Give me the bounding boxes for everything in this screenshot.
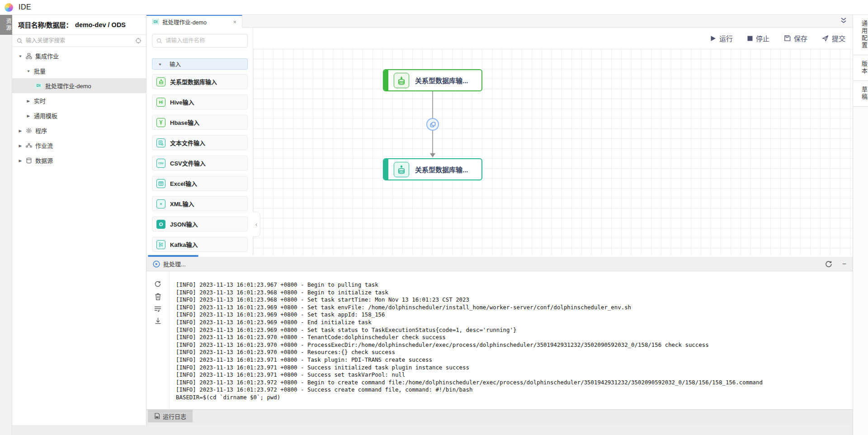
caret-down-icon[interactable]: ▼ (18, 54, 23, 58)
app-logo-icon (5, 3, 13, 12)
caret-right-icon[interactable]: ▶ (18, 158, 23, 162)
palette-item-text-file-input[interactable]: 文本文件输入 (152, 135, 248, 150)
log-panel: 批处理... − [INFO] 2023-11-13 16:01:23.9 (146, 255, 853, 425)
tree-item-integration-jobs[interactable]: ▼ 集成作业 (12, 48, 146, 63)
node-relational-db-output[interactable]: 关系型数据库输... (383, 158, 482, 180)
csv-file-input-icon: CSV (156, 159, 165, 168)
component-palette: ▼ 输入 关系型数据库输入 Hi Hive输入 Hbase输入 文本文件输入 C… (146, 28, 253, 255)
submit-button-label: 提交 (832, 33, 845, 43)
minimize-icon[interactable]: − (842, 260, 846, 268)
tree-item-batch-job-demo[interactable]: DI 批处理作业-demo (12, 78, 146, 93)
caret-right-icon[interactable]: ▶ (18, 128, 23, 132)
submit-button[interactable]: 提交 (822, 33, 845, 43)
palette-item-xml-input[interactable]: x XML输入 (152, 196, 248, 211)
trash-icon[interactable] (155, 293, 161, 300)
download-icon[interactable] (155, 317, 161, 325)
palette-item-json-input[interactable]: O JSON输入 (152, 217, 248, 232)
tree-item-label: 程序 (35, 126, 47, 135)
log-panel-tab-batch[interactable]: 批处理... (153, 260, 186, 268)
run-log-tab[interactable]: 运行日志 (148, 410, 193, 422)
hive-input-icon: Hi (156, 98, 165, 107)
sidebar-search-input[interactable] (26, 38, 132, 44)
editor-tab-label: 批处理作业-demo (162, 18, 207, 26)
palette-section-label: 输入 (170, 60, 181, 68)
sidebar-search (12, 35, 146, 47)
di-badge: DI (152, 19, 159, 24)
play-icon (710, 35, 716, 42)
wrap-lines-icon[interactable] (154, 306, 161, 312)
log-area[interactable]: [INFO] 2023-11-13 16:01:23.967 +0800 - B… (170, 271, 853, 409)
palette-item-hive-input[interactable]: Hi Hive输入 (152, 95, 248, 109)
caret-right-icon[interactable]: ▶ (26, 113, 31, 118)
node-label: 关系型数据库输... (415, 76, 468, 85)
right-tab-version[interactable]: 版本 (853, 55, 868, 81)
canvas-grid[interactable] (253, 49, 853, 255)
caret-right-icon[interactable]: ▶ (26, 99, 31, 103)
gear-icon (26, 128, 32, 134)
refresh-icon[interactable] (154, 280, 161, 288)
node-accent-bar (384, 70, 388, 90)
excel-input-icon (156, 179, 165, 188)
palette-item-label: Hbase输入 (170, 118, 199, 127)
log-output: [INFO] 2023-11-13 16:01:23.967 +0800 - B… (176, 281, 853, 402)
node-accent-bar (384, 159, 388, 180)
edge-arrowhead-icon (430, 153, 435, 157)
palette-section-input[interactable]: ▼ 输入 (152, 58, 248, 70)
project-sidebar: 项目名称/数据层： demo-dev / ODS ▼ 集成作业 ▼ 批量 DI … (12, 15, 146, 425)
save-button[interactable]: 保存 (784, 33, 807, 43)
search-icon (17, 38, 23, 44)
copy-icon (430, 122, 436, 128)
paper-plane-icon (822, 35, 829, 42)
flow-canvas[interactable]: 运行 停止 保存 提交 关系型 (253, 28, 853, 255)
palette-item-kafka-input[interactable]: Kafka输入 (152, 237, 248, 252)
tree-item-label: 实时 (34, 96, 46, 105)
palette-collapse-handle[interactable]: ‹ (253, 212, 260, 237)
caret-right-icon[interactable]: ▶ (18, 143, 23, 147)
tree-item-program[interactable]: ▶ 程序 (12, 123, 146, 138)
tree-item-label: 作业流 (35, 141, 53, 150)
palette-item-label: XML输入 (170, 199, 194, 208)
log-panel-body: [INFO] 2023-11-13 16:01:23.967 +0800 - B… (146, 271, 853, 409)
right-tab-draft[interactable]: 草稿 (853, 81, 868, 107)
xml-input-icon: x (156, 199, 165, 208)
palette-search-input[interactable] (165, 38, 243, 44)
palette-item-csv-file-input[interactable]: CSV CSV文件输入 (152, 156, 248, 170)
node-relational-db-input[interactable]: 关系型数据库输... (383, 69, 482, 91)
caret-down-icon[interactable]: ▼ (158, 62, 162, 66)
palette-item-label: Excel输入 (170, 179, 197, 188)
close-icon[interactable]: × (233, 19, 236, 25)
right-tab-general-config[interactable]: 通用配置 (853, 15, 868, 55)
project-tree: ▼ 集成作业 ▼ 批量 DI 批处理作业-demo ▶ 实时 ▶ 通用模板 ▶ (12, 47, 146, 168)
palette-item-hbase-input[interactable]: Hbase输入 (152, 115, 248, 130)
relational-db-output-icon (394, 162, 409, 177)
tree-item-datasource[interactable]: ▶ 数据源 (12, 153, 146, 168)
stop-button[interactable]: 停止 (747, 33, 769, 43)
double-chevron-down-icon[interactable] (840, 17, 847, 25)
save-icon (784, 35, 791, 42)
palette-item-relational-db-input[interactable]: 关系型数据库输入 (152, 74, 248, 89)
editor-tab-batch-job-demo[interactable]: DI 批处理作业-demo × (146, 15, 242, 28)
tree-item-label: 数据源 (35, 156, 53, 165)
json-input-icon: O (156, 220, 165, 229)
stop-icon (747, 36, 753, 41)
tree-item-workflow[interactable]: ▶ 作业流 (12, 138, 146, 153)
palette-item-label: Hive输入 (170, 98, 194, 106)
tree-item-label: 批处理作业-demo (45, 81, 91, 90)
caret-down-icon[interactable]: ▼ (26, 69, 31, 73)
tree-item-general-template[interactable]: ▶ 通用模板 (12, 108, 146, 123)
editor-tab-bar: DI 批处理作业-demo × (146, 15, 853, 28)
tree-item-batch[interactable]: ▼ 批量 (12, 63, 146, 78)
resource-rail-tab[interactable]: 资源 (0, 15, 12, 35)
tree-item-label: 通用模板 (34, 111, 57, 120)
stop-button-label: 停止 (756, 33, 769, 43)
edge-copy-badge[interactable] (426, 118, 439, 131)
log-file-icon (154, 413, 160, 419)
locate-icon[interactable] (135, 38, 142, 44)
play-circle-icon (153, 260, 160, 268)
palette-item-excel-input[interactable]: Excel输入 (152, 176, 248, 191)
run-button[interactable]: 运行 (710, 33, 733, 43)
refresh-circle-icon[interactable] (825, 260, 832, 268)
app-title: IDE (19, 3, 31, 11)
tree-item-realtime[interactable]: ▶ 实时 (12, 93, 146, 108)
project-header: 项目名称/数据层： demo-dev / ODS (12, 15, 146, 35)
